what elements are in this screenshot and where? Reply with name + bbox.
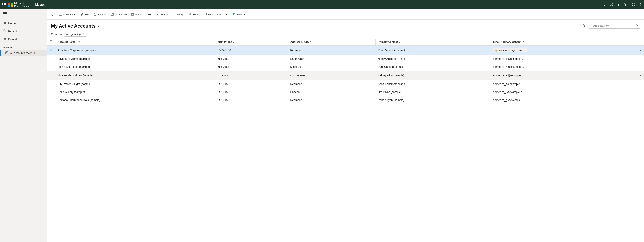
row-check-cell[interactable]: ✓ <box>47 46 55 55</box>
row-account-name[interactable]: Contoso Pharmaceuticals (sample) <box>55 96 215 104</box>
recent-chevron: ∨ <box>42 30 44 33</box>
delete-button[interactable]: Delete <box>129 12 144 18</box>
th-contact-filter-icon[interactable]: ∨ <box>398 41 400 43</box>
th-account-filter-icon[interactable]: ∨ <box>78 41 80 43</box>
row-email[interactable]: someone_g@example.... <box>491 96 644 104</box>
more-button-2[interactable] <box>224 12 228 17</box>
row-account-name[interactable]: A. Datum Corporation (sample) <box>55 46 215 55</box>
row-account-name[interactable]: Alpine Ski House (sample) <box>55 63 215 71</box>
assign-button[interactable]: Assign <box>170 12 186 18</box>
row-account-name[interactable]: City Power & Light (sample) <box>55 80 215 88</box>
show-chart-button[interactable]: Show Chart <box>57 12 78 18</box>
table-row[interactable]: City Power & Light (sample)555-0155Redmo… <box>47 80 644 88</box>
activate-icon <box>93 13 96 16</box>
plus-icon[interactable]: + <box>617 2 620 7</box>
help-icon[interactable]: ? <box>640 3 642 7</box>
row-check-cell[interactable] <box>47 55 55 63</box>
circle-icon[interactable] <box>610 2 613 7</box>
group-by-select[interactable]: (no grouping) ∨ <box>64 32 86 36</box>
row-nav-arrow[interactable]: → <box>638 48 642 52</box>
hamburger-menu[interactable] <box>0 10 47 19</box>
sidebar-item-pinned[interactable]: Pinned ∨ <box>0 35 47 43</box>
merge-button[interactable]: Merge <box>155 12 170 18</box>
row-primary-contact[interactable]: Paul Cannon (sample) <box>376 63 491 71</box>
flow-icon <box>233 12 236 16</box>
email-value: someone_e@example.... <box>493 74 524 77</box>
row-primary-contact[interactable]: Scott Konersmann (sa... <box>376 80 491 88</box>
th-email[interactable]: Email (Primary Contact) ∨ <box>491 38 644 46</box>
row-primary-contact[interactable]: Sidney Higa (sample) <box>376 71 491 80</box>
th-email-filter-icon[interactable]: ∨ <box>523 41 524 43</box>
table-row[interactable]: ✓A. Datum Corporation (sample)*555-0158R… <box>47 46 644 55</box>
table-row[interactable]: Alpine Ski House (sample)555-0157Missoul… <box>47 63 644 71</box>
table-row[interactable]: Blue Yonder Airlines (sample)555-0154Los… <box>47 71 644 80</box>
row-account-name[interactable]: Blue Yonder Airlines (sample) <box>55 71 215 80</box>
edit-button[interactable]: Edit <box>79 12 91 18</box>
view-filter-icon[interactable] <box>582 23 588 29</box>
row-email[interactable]: 🔒 someone_i@examp... → <box>491 46 644 55</box>
waffle-menu[interactable] <box>2 3 6 6</box>
row-city: Missoula <box>288 63 376 71</box>
pinned-chevron: ∨ <box>42 38 44 40</box>
th-account-name[interactable]: Account Name ↑ ∨ <box>55 38 215 46</box>
flow-button[interactable]: Flow <box>231 12 247 18</box>
th-city-label: Address 1: City <box>290 40 309 44</box>
view-title-chevron[interactable]: ∨ <box>97 24 100 28</box>
back-button[interactable] <box>50 12 56 17</box>
ms-logo: MicrosoftPower Platform <box>8 2 30 8</box>
row-nav-arrow[interactable]: → <box>638 73 642 78</box>
row-check-cell[interactable] <box>47 80 55 88</box>
row-main-phone: 555-0156 <box>215 96 288 104</box>
row-check-cell[interactable] <box>47 63 55 71</box>
email-value: someone_f@example.... <box>493 82 523 86</box>
row-primary-contact[interactable]: Robert Lyon (sample) <box>376 96 491 104</box>
top-bar: MicrosoftPower Platform My app + ? <box>0 0 644 10</box>
table-row[interactable]: Coho Winery (sample)555-0159PhoenixJim G… <box>47 88 644 96</box>
email-link-button[interactable]: Email a Link <box>202 12 224 18</box>
th-phone-filter-icon[interactable]: ∨ <box>233 41 234 43</box>
th-check[interactable] <box>47 38 55 46</box>
show-chart-label: Show Chart <box>63 13 76 16</box>
table-row[interactable]: Contoso Pharmaceuticals (sample)555-0156… <box>47 96 644 104</box>
sort-asc-icon: ↑ <box>76 41 78 43</box>
row-email[interactable]: someone_j@example.c... <box>491 88 644 96</box>
sidebar-item-all-accounts-revenue[interactable]: All accounts revenue <box>0 50 47 56</box>
th-city-filter-icon[interactable]: ∨ <box>310 41 312 43</box>
table-row[interactable]: Adventure Works (sample)555-0152Santa Cr… <box>47 55 644 63</box>
activate-button[interactable]: Activate <box>92 12 108 18</box>
row-check-cell[interactable] <box>47 96 55 104</box>
row-primary-contact[interactable]: Jim Glynn (sample) <box>376 88 491 96</box>
th-main-phone[interactable]: Main Phone ∨ <box>215 38 288 46</box>
svg-point-9 <box>602 3 604 5</box>
sidebar-item-all-accounts-label: All accounts revenue <box>10 52 36 55</box>
row-primary-contact[interactable]: Nancy Anderson (sam... <box>376 55 491 63</box>
settings-icon[interactable] <box>632 2 636 7</box>
row-check-cell[interactable] <box>47 88 55 96</box>
sidebar-item-recent[interactable]: Recent ∨ <box>0 27 47 35</box>
row-primary-contact[interactable]: Rene Valdes (sample) <box>376 46 491 55</box>
filter-icon[interactable] <box>624 2 628 7</box>
row-account-name[interactable]: Coho Winery (sample) <box>55 88 215 96</box>
more-button-1[interactable] <box>147 12 152 17</box>
recent-icon <box>3 29 6 33</box>
th-email-label: Email (Primary Contact) <box>493 40 522 44</box>
delete-icon <box>131 13 134 16</box>
deactivate-button[interactable]: Deactivate <box>109 12 129 18</box>
share-button[interactable]: Share <box>186 12 201 18</box>
row-email[interactable]: someone_h@example.... <box>491 63 644 71</box>
row-email[interactable]: someone_e@example.... → <box>491 71 644 80</box>
view-header-right <box>582 23 640 29</box>
row-check-cell[interactable] <box>47 71 55 80</box>
row-account-name[interactable]: Adventure Works (sample) <box>55 55 215 63</box>
row-email[interactable]: someone_f@example.... <box>491 80 644 88</box>
accounts-list-icon <box>5 51 8 55</box>
th-address-city[interactable]: Address 1: City ∨ <box>288 38 376 46</box>
group-by-chevron: ∨ <box>82 33 84 36</box>
row-email[interactable]: someone_c@example.... <box>491 55 644 63</box>
search-input[interactable] <box>591 24 634 27</box>
search-box[interactable] <box>589 23 640 28</box>
email-link-icon <box>204 12 207 16</box>
search-icon[interactable] <box>602 2 606 7</box>
sidebar-item-home[interactable]: Home <box>0 20 47 27</box>
th-primary-contact[interactable]: Primary Contact ∨ <box>376 38 491 46</box>
